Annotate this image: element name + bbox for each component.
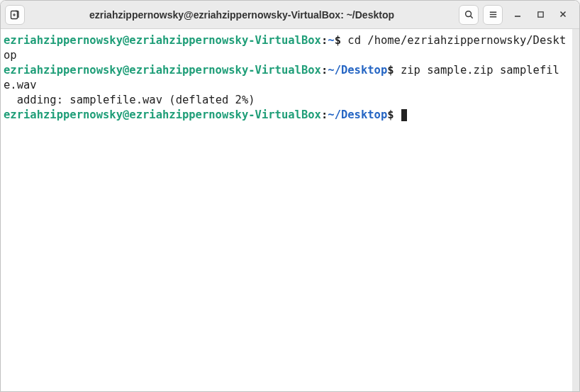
prompt-sep: : xyxy=(321,34,328,47)
prompt-dollar: $ xyxy=(387,108,394,121)
svg-point-1 xyxy=(465,11,471,17)
prompt-userhost: ezriahzippernowsky@ezriahzippernowsky-Vi… xyxy=(4,64,321,77)
search-icon xyxy=(464,9,474,20)
prompt-dollar: $ xyxy=(335,34,341,47)
close-button[interactable] xyxy=(557,9,569,21)
minimize-icon xyxy=(513,9,522,21)
maximize-button[interactable] xyxy=(534,9,547,21)
minimize-button[interactable] xyxy=(511,9,524,21)
terminal-output: adding: samplefile.wav (deflated 2%) xyxy=(4,94,255,106)
new-tab-button[interactable] xyxy=(5,5,25,25)
window-controls xyxy=(507,9,575,21)
prompt-path: ~ xyxy=(328,34,334,47)
terminal-line: ezriahzippernowsky@ezriahzippernowsky-Vi… xyxy=(4,108,407,121)
menu-button[interactable] xyxy=(483,5,503,25)
command-text xyxy=(394,108,401,121)
prompt-path-desktop: /Desktop xyxy=(335,64,388,77)
hamburger-icon xyxy=(488,9,498,20)
prompt-dollar: $ xyxy=(387,64,394,77)
maximize-icon xyxy=(537,9,545,21)
prompt-sep: : xyxy=(321,108,328,121)
prompt-path-desktop: /Desktop xyxy=(335,108,388,121)
titlebar: ezriahzippernowsky@ezriahzippernowsky-Vi… xyxy=(1,1,579,29)
prompt-path-tilde: ~ xyxy=(328,64,334,77)
cursor xyxy=(401,109,407,121)
svg-line-2 xyxy=(470,16,472,18)
window-title: ezriahzippernowsky@ezriahzippernowsky-Vi… xyxy=(29,9,454,21)
close-icon xyxy=(559,9,567,21)
prompt-userhost: ezriahzippernowsky@ezriahzippernowsky-Vi… xyxy=(4,108,321,121)
terminal-line: ezriahzippernowsky@ezriahzippernowsky-Vi… xyxy=(4,34,566,62)
terminal-viewport[interactable]: ezriahzippernowsky@ezriahzippernowsky-Vi… xyxy=(1,29,579,391)
svg-rect-7 xyxy=(537,11,542,16)
prompt-sep: : xyxy=(321,64,328,77)
terminal-line: ezriahzippernowsky@ezriahzippernowsky-Vi… xyxy=(4,64,559,91)
prompt-path-tilde: ~ xyxy=(328,108,334,121)
new-tab-icon xyxy=(9,9,21,21)
search-button[interactable] xyxy=(459,5,479,25)
prompt-userhost: ezriahzippernowsky@ezriahzippernowsky-Vi… xyxy=(4,34,321,47)
terminal-window: ezriahzippernowsky@ezriahzippernowsky-Vi… xyxy=(0,0,580,392)
